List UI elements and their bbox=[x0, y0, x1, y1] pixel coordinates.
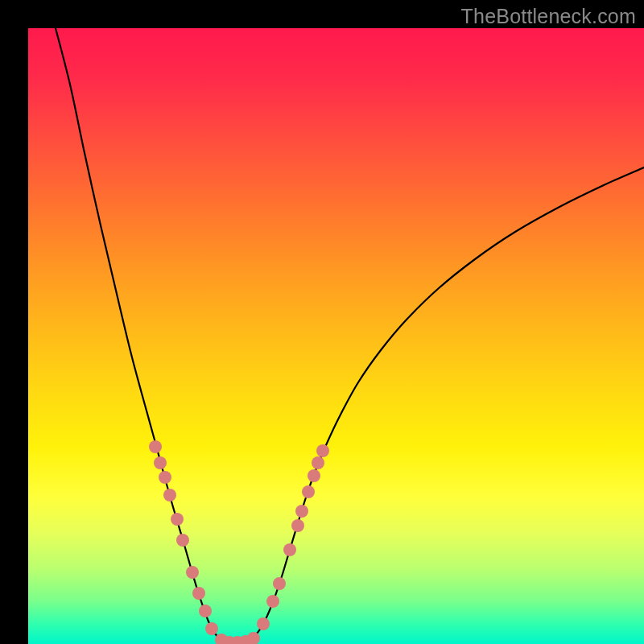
watermark-text: TheBottleneck.com bbox=[461, 5, 636, 28]
data-marker bbox=[159, 471, 171, 484]
data-marker bbox=[308, 469, 320, 482]
data-marker bbox=[154, 456, 167, 469]
plot-area bbox=[28, 28, 644, 644]
data-marker bbox=[176, 534, 189, 547]
data-marker bbox=[199, 605, 212, 617]
data-marker bbox=[316, 444, 329, 457]
data-marker bbox=[149, 440, 162, 453]
data-marker bbox=[273, 577, 286, 590]
data-marker bbox=[312, 456, 324, 469]
data-marker bbox=[291, 519, 304, 532]
data-marker bbox=[302, 485, 315, 498]
chart-frame: TheBottleneck.com bbox=[0, 0, 644, 644]
data-marker bbox=[266, 595, 279, 608]
data-marker bbox=[192, 587, 205, 600]
data-marker bbox=[186, 566, 199, 579]
data-marker bbox=[247, 632, 260, 644]
data-marker bbox=[205, 622, 218, 635]
chart-svg bbox=[28, 28, 644, 644]
bottleneck-curve bbox=[56, 28, 644, 642]
data-marker bbox=[257, 617, 270, 630]
data-markers bbox=[149, 440, 329, 644]
data-marker bbox=[283, 543, 296, 556]
data-marker bbox=[295, 505, 308, 518]
data-marker bbox=[171, 513, 184, 526]
data-marker bbox=[163, 489, 176, 502]
